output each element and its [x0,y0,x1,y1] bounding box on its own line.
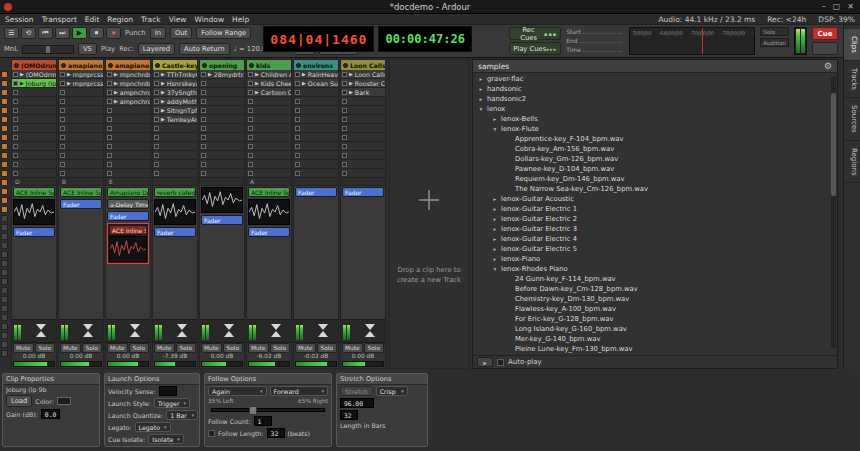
cue-scene-slot[interactable] [1,161,8,168]
clip-slot[interactable] [200,124,244,133]
cue-scene-slot[interactable] [1,80,8,87]
cue-scene-slot[interactable] [1,233,8,240]
clip-slot[interactable] [12,142,56,151]
clip-slot[interactable] [153,142,197,151]
clip-slot[interactable] [59,160,103,169]
solo-button[interactable]: Solo [82,343,103,353]
expander-icon[interactable]: ▸ [491,256,499,262]
stretch-bpm-value[interactable]: 96.00 [340,398,374,408]
track-header[interactable]: environs [294,60,338,70]
record-enable-icon[interactable] [343,63,348,68]
track-header[interactable]: amapiano percussi... [59,60,103,70]
cue-scene-slot[interactable] [1,251,8,258]
scrollbar-thumb[interactable] [831,93,836,196]
cue-scene-slot[interactable] [1,197,8,204]
clip-stop-icon[interactable] [295,153,300,158]
launch-style-dropdown[interactable]: Trigger▾ [154,398,190,408]
clip-play-icon[interactable]: ▶ [114,89,118,95]
clip-stop-icon[interactable] [248,135,253,140]
page-button[interactable] [812,42,838,55]
stretch-mode-dropdown[interactable]: Crisp▾ [376,386,408,396]
tree-item[interactable]: ▸lenox-Guitar Electric 5 [473,244,837,254]
cue-scene-slot[interactable] [1,116,8,123]
clip-stop-icon[interactable] [60,72,65,77]
expander-icon[interactable]: ▾ [491,266,499,272]
record-enable-icon[interactable] [155,63,160,68]
tree-item[interactable]: Pawnee-key_D-104_bpm.wav [473,164,837,174]
clip-stop-icon[interactable] [248,117,253,122]
clip-slot[interactable] [341,115,385,124]
clip-play-icon[interactable]: ▶ [161,71,165,77]
clip-slot[interactable] [247,151,291,160]
cue-scene-slot[interactable] [1,350,8,357]
clip-slot[interactable] [247,97,291,106]
clip-slot[interactable] [341,151,385,160]
cue-scene-slot[interactable] [1,206,8,213]
cue-page-button[interactable]: Cue [812,27,838,40]
cue-scene-slot[interactable] [1,296,8,303]
clip-slot[interactable]: ▶28mydrtrpn [200,70,244,79]
expander-icon[interactable]: ▸ [477,86,485,92]
clip-slot[interactable]: ▶Kids Cheerin [247,79,291,88]
clip-stop-icon[interactable] [107,90,112,95]
clip-stop-icon[interactable] [201,153,206,158]
processor-button[interactable]: ACE Inline Scope [60,187,102,197]
tree-item[interactable]: Apprentice-key_F-104_bpm.wav [473,134,837,144]
cue-scene-slot[interactable] [1,215,8,222]
shuttle-slider[interactable] [22,45,74,54]
clip-slot[interactable]: ▶SltngnTpfTh [153,106,197,115]
clip-stop-icon[interactable] [248,144,253,149]
clip-stop-icon[interactable] [201,144,206,149]
clip-slot[interactable] [294,169,338,178]
record-enable-icon[interactable] [296,63,301,68]
clip-stop-icon[interactable] [154,72,159,77]
clip-stop-icon[interactable] [342,126,347,131]
clip-stop-icon[interactable] [342,153,347,158]
clip-stop-icon[interactable] [295,99,300,104]
clip-slot[interactable] [59,115,103,124]
cue-scene-slot[interactable] [1,242,8,249]
clip-slot[interactable]: ▶RainHeavyT [294,70,338,79]
follow-direction-dropdown[interactable]: Forward▾ [270,386,329,396]
track-header[interactable]: Castle-key_Fm-130bp... [153,60,197,70]
audition-indicator[interactable]: Audition [760,38,789,47]
minimize-icon[interactable]: – [822,2,826,11]
clip-slot[interactable]: ▶mpnchrdsNd [106,79,150,88]
follow-length-checkbox[interactable] [208,430,215,437]
clip-stop-icon[interactable] [60,162,65,167]
fader-button[interactable]: Fader [342,187,384,197]
mute-button[interactable]: Mute [201,343,222,353]
clip-play-icon[interactable]: ▶ [114,71,118,77]
clip-stop-icon[interactable] [248,108,253,113]
clip-slot[interactable] [12,160,56,169]
clip-slot[interactable] [106,169,150,178]
clip-stop-icon[interactable] [60,90,65,95]
close-icon[interactable]: ✕ [847,2,854,11]
clip-slot[interactable]: ▶mpnprcssnN [59,70,103,79]
clip-stop-icon[interactable] [248,72,253,77]
clip-slot[interactable] [59,124,103,133]
tree-item[interactable]: The Narrow Sea-key_Cm-126_bpm.wav [473,184,837,194]
tree-item[interactable]: ▸lenox-Bells [473,114,837,124]
clip-slot[interactable] [106,106,150,115]
expander-icon[interactable]: ▸ [491,246,499,252]
clip-play-icon[interactable]: ▶ [302,80,306,86]
clip-slot[interactable] [200,88,244,97]
clip-slot[interactable]: ▶Rooster Call [341,79,385,88]
expander-icon[interactable]: ▸ [491,226,499,232]
tree-item[interactable]: Mer-key_G-140_bpm.wav [473,334,837,344]
clip-slot[interactable] [341,106,385,115]
tree-scrollbar[interactable] [831,77,836,348]
tree-item[interactable]: ▾lenox-Flute [473,124,837,134]
mute-button[interactable]: Mute [13,343,34,353]
expander-icon[interactable]: ▸ [491,206,499,212]
clip-slot[interactable] [12,124,56,133]
clip-slot[interactable] [106,124,150,133]
clip-play-icon[interactable]: ▶ [161,80,165,86]
clip-stop-icon[interactable] [107,81,112,86]
clip-slot[interactable]: ▶addyMother [153,97,197,106]
clip-slot[interactable] [59,97,103,106]
clip-slot[interactable] [200,151,244,160]
clip-play-icon[interactable]: ▶ [161,98,165,104]
cue-scene-slot[interactable] [1,224,8,231]
